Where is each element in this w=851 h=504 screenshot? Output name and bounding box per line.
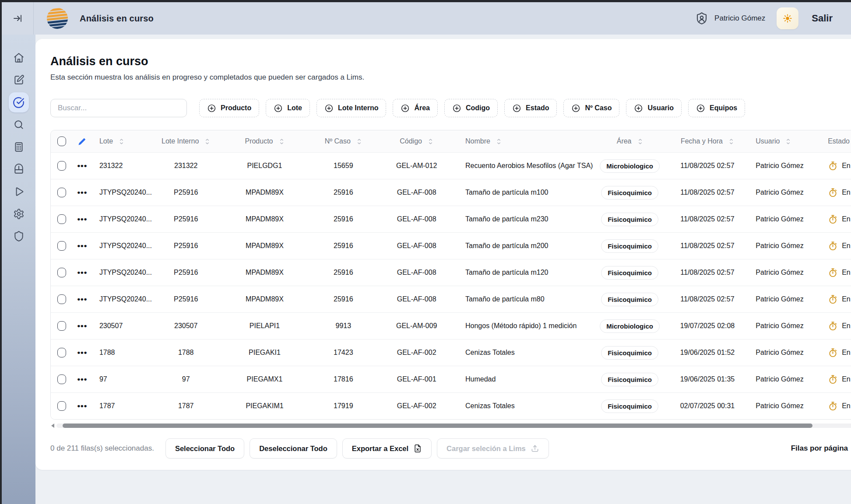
filter-chip-codigo[interactable]: Codigo [444, 99, 498, 117]
filter-chip-estado[interactable]: Estado [504, 99, 557, 117]
filter-chip-area[interactable]: Área [393, 99, 438, 117]
sort-icon [204, 138, 210, 145]
deselect-all-button[interactable]: Deseleccionar Todo [250, 438, 337, 458]
row-actions-menu[interactable]: ••• [77, 190, 87, 195]
row-actions-menu[interactable]: ••• [77, 270, 87, 275]
column-header-lote-interno[interactable]: Lote Interno [158, 137, 215, 145]
row-actions-menu[interactable]: ••• [77, 164, 87, 168]
sidebar-item-analyses[interactable] [9, 92, 29, 112]
status-label: En [842, 375, 851, 383]
column-header-nombre[interactable]: Nombre [461, 137, 597, 145]
scrollbar-track[interactable] [56, 424, 851, 428]
filter-chip-producto[interactable]: Producto [199, 99, 259, 117]
page-title: Análisis en curso [50, 55, 851, 68]
row-actions-menu[interactable]: ••• [77, 324, 87, 328]
row-actions-menu[interactable]: ••• [77, 244, 87, 248]
cell-lote-interno: 1787 [158, 402, 215, 410]
cell-producto: MPADM89X [215, 242, 315, 250]
cell-fecha: 11/08/2025 02:57 [663, 269, 753, 276]
plus-circle-icon [571, 104, 580, 113]
shield-icon [13, 231, 25, 242]
column-header-lote[interactable]: Lote [92, 137, 158, 145]
cell-n-caso: 17816 [315, 375, 372, 383]
filter-chip-n-caso[interactable]: Nº Caso [563, 99, 619, 117]
sidebar-item-edit[interactable] [9, 70, 29, 90]
row-actions-menu[interactable]: ••• [77, 404, 87, 408]
sidebar-item-run[interactable] [9, 182, 29, 202]
row-checkbox[interactable] [57, 241, 66, 251]
row-checkbox[interactable] [57, 348, 66, 357]
horizontal-scrollbar[interactable] [50, 423, 851, 428]
column-header-estado[interactable]: Estado [824, 137, 851, 145]
scrollbar-thumb[interactable] [63, 424, 812, 428]
area-badge: Fisicoquimico [601, 293, 658, 306]
sidebar-item-search[interactable] [9, 115, 29, 135]
status-label: En [842, 189, 851, 196]
cell-nombre: Cenizas Totales [461, 402, 597, 410]
cell-n-caso: 25916 [315, 189, 372, 196]
row-checkbox[interactable] [57, 161, 66, 171]
row-checkbox[interactable] [57, 294, 66, 304]
theme-toggle-button[interactable] [777, 7, 798, 29]
table-row: ••• JTYPSQ20240... P25916 MPADM89X 25916… [51, 232, 851, 259]
table-row: ••• JTYPSQ20240... P25916 MPADM89X 25916… [51, 206, 851, 232]
filter-chip-equipos[interactable]: Equipos [688, 99, 745, 117]
row-checkbox[interactable] [57, 268, 66, 277]
column-header-usuario[interactable]: Usuario [752, 137, 824, 145]
stopwatch-icon [828, 374, 838, 385]
cell-fecha: 19/06/2025 01:35 [663, 375, 753, 383]
status-label: En [842, 215, 851, 223]
filter-chip-lote[interactable]: Lote [266, 99, 310, 117]
sun-icon [783, 14, 792, 23]
area-badge: Fisicoquimico [601, 399, 658, 413]
column-header-area[interactable]: Área [597, 137, 663, 145]
filter-chip-lote-interno[interactable]: Lote Interno [316, 99, 386, 117]
row-actions-menu[interactable]: ••• [77, 297, 87, 301]
column-header-producto[interactable]: Producto [215, 137, 315, 145]
row-actions-menu[interactable]: ••• [77, 217, 87, 221]
column-header-codigo[interactable]: Código [372, 137, 461, 145]
scroll-left-arrow-icon[interactable] [50, 423, 55, 428]
sidebar-item-calculator[interactable] [9, 137, 29, 157]
status-label: En [842, 349, 851, 357]
column-header-fecha[interactable]: Fecha y Hora [663, 137, 753, 145]
sidebar-item-home[interactable] [9, 48, 29, 68]
sidebar-item-settings[interactable] [9, 204, 29, 224]
analyses-table: Lote Lote Interno Producto Nº Caso Códig… [50, 130, 851, 420]
cell-producto: MPADM89X [215, 269, 315, 276]
export-excel-button[interactable]: Exportar a Excel [342, 438, 432, 458]
row-checkbox[interactable] [57, 374, 66, 384]
topbar-title: Análisis en curso [80, 14, 154, 24]
status-label: En [842, 295, 851, 303]
load-to-lims-button[interactable]: Cargar seleción a Lims [437, 438, 549, 458]
logout-link[interactable]: Salir [812, 13, 833, 24]
cell-lote: 230507 [92, 322, 158, 330]
table-row: ••• JTYPSQ20240... P25916 MPADM89X 25916… [51, 259, 851, 286]
table-row: ••• JTYPSQ20240... P25916 MPADM89X 25916… [51, 179, 851, 206]
select-all-checkbox[interactable] [57, 136, 66, 146]
filter-chip-usuario[interactable]: Usuario [626, 99, 682, 117]
page-subtitle: Esta sección muestra los análisis en pro… [50, 73, 851, 82]
cell-lote-interno: 231322 [158, 162, 215, 170]
package-icon [13, 164, 25, 175]
row-checkbox[interactable] [57, 188, 66, 197]
select-all-button[interactable]: Seleccionar Todo [165, 438, 244, 458]
search-input[interactable] [50, 99, 187, 117]
row-actions-menu[interactable]: ••• [77, 377, 87, 382]
cell-usuario: Patricio Gómez [752, 375, 824, 383]
cell-lote-interno: P25916 [158, 215, 215, 223]
cell-lote-interno: P25916 [158, 269, 215, 276]
stopwatch-icon [828, 214, 838, 224]
sort-icon [428, 138, 433, 145]
sidebar-item-package[interactable] [9, 159, 29, 179]
sidebar-toggle-button[interactable] [2, 2, 34, 35]
row-checkbox[interactable] [57, 321, 66, 331]
sidebar-item-security[interactable] [9, 226, 29, 246]
rows-per-page-label: Filas por página [791, 444, 851, 453]
column-header-n-caso[interactable]: Nº Caso [315, 137, 372, 145]
row-checkbox[interactable] [57, 401, 66, 411]
row-actions-menu[interactable]: ••• [77, 350, 87, 355]
cell-fecha: 11/08/2025 02:57 [663, 162, 753, 170]
cell-lote-interno: 1788 [158, 349, 215, 357]
row-checkbox[interactable] [57, 214, 66, 224]
